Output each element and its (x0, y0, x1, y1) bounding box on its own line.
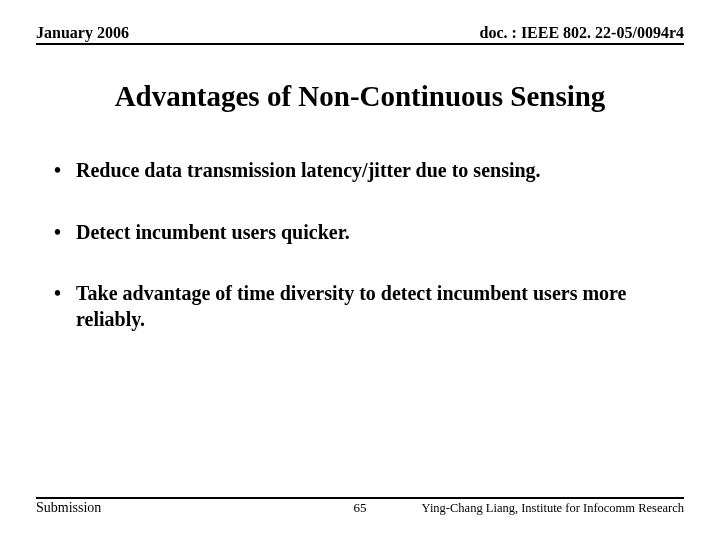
slide-footer: Submission 65 Ying-Chang Liang, Institut… (36, 497, 684, 516)
slide-header: January 2006 doc. : IEEE 802. 22-05/0094… (36, 24, 684, 45)
bullet-item: Reduce data transmission latency/jitter … (54, 158, 680, 184)
bullet-item: Take advantage of time diversity to dete… (54, 281, 680, 332)
header-docid: doc. : IEEE 802. 22-05/0094r4 (480, 24, 684, 42)
bullet-item: Detect incumbent users quicker. (54, 220, 680, 246)
footer-author: Ying-Chang Liang, Institute for Infocomm… (422, 501, 684, 516)
slide-title: Advantages of Non-Continuous Sensing (0, 80, 720, 113)
footer-page-number: 65 (354, 500, 367, 516)
footer-left: Submission (36, 500, 101, 516)
header-date: January 2006 (36, 24, 129, 42)
bullet-list: Reduce data transmission latency/jitter … (54, 158, 680, 368)
